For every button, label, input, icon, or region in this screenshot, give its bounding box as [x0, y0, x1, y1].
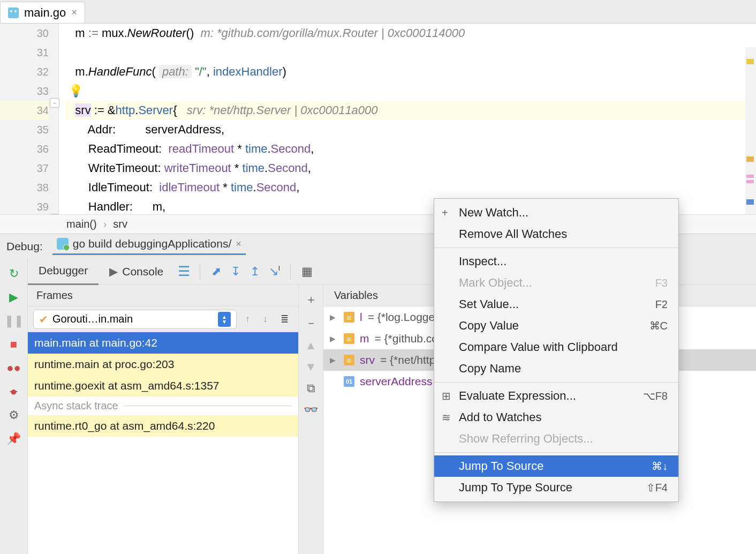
code-body[interactable]: m := mux.NewRouter() m: *github.com/gori…	[59, 24, 756, 214]
async-stack-label: Async stack trace	[28, 396, 298, 415]
frame-item[interactable]: main.main at main.go:42	[28, 332, 298, 354]
menu-item-label: Jump To Type Source	[459, 481, 572, 495]
line-number: 39	[0, 197, 49, 214]
menu-item-label: Add to Watches	[459, 410, 541, 424]
glasses-icon[interactable]: 👓	[304, 403, 318, 417]
menu-item-label: Show Referring Objects...	[459, 432, 593, 446]
menu-item[interactable]: Copy Value⌘C	[434, 315, 678, 336]
menu-item[interactable]: Copy Name	[434, 358, 678, 379]
menu-item-icon: +	[442, 207, 448, 219]
variables-rail: ＋ － ▲ ▼ ⧉ 👓	[299, 285, 323, 554]
info-marker-icon[interactable]	[746, 199, 754, 205]
down-button[interactable]: ▼	[305, 360, 317, 374]
add-watch-button[interactable]: ＋	[305, 291, 317, 308]
marker-icon[interactable]	[746, 175, 754, 178]
menu-item[interactable]: ⊞Evaluate Expression...⌥F8	[434, 385, 678, 407]
menu-item-label: New Watch...	[459, 206, 528, 220]
run-to-cursor-icon[interactable]: ↘I	[264, 265, 284, 279]
console-tab[interactable]: ▶Console	[99, 258, 174, 285]
intention-bulb-icon[interactable]: 💡	[69, 84, 83, 98]
chevron-right-icon: ›	[103, 218, 107, 230]
frame-list: main.main at main.go:42 runtime.main at …	[28, 332, 298, 554]
menu-item[interactable]: ≋Add to Watches	[434, 407, 678, 428]
menu-item[interactable]: Compare Value with Clipboard	[434, 336, 678, 358]
line-number: 33	[0, 81, 49, 101]
frames-panel: Frames ✔ Gorouti…in.main ▲▼ ↑ ↓ ≣ main.m…	[28, 285, 299, 554]
code-line: 💡	[65, 81, 756, 101]
close-icon[interactable]: ×	[71, 7, 77, 18]
filter-frames-button[interactable]: ≣	[276, 313, 293, 325]
resume-button[interactable]: ▶	[6, 289, 22, 305]
debugger-tab[interactable]: Debugger	[28, 258, 99, 285]
menu-item-label: Remove All Watches	[459, 227, 567, 241]
line-number: 38	[0, 178, 49, 197]
frame-item[interactable]: runtime.main at proc.go:203	[28, 354, 298, 375]
line-gutter: 30 31 32 33 34 35 36 37 38 39 40 − −	[0, 24, 59, 214]
mute-breakpoints-button[interactable]: ●	[6, 384, 22, 400]
menu-item-icon: ≋	[442, 411, 451, 424]
breadcrumb-item[interactable]: srv	[113, 218, 127, 230]
close-icon[interactable]: ×	[236, 238, 241, 250]
breakpoints-button[interactable]: ●●	[6, 360, 22, 376]
menu-item[interactable]: +New Watch...	[434, 202, 678, 223]
breadcrumb-item[interactable]: main()	[66, 218, 97, 230]
copy-button[interactable]: ⧉	[307, 381, 315, 395]
remove-watch-button[interactable]: －	[305, 315, 317, 331]
struct-icon: ≡	[344, 333, 354, 344]
menu-item[interactable]: Jump To Source⌘↓	[434, 455, 678, 477]
menu-item[interactable]: Set Value...F2	[434, 294, 678, 315]
editor-tabbar: main.go ×	[0, 0, 756, 24]
threads-icon[interactable]: ☰	[174, 263, 193, 280]
select-arrows-icon: ▲▼	[218, 312, 231, 327]
menu-shortcut: F2	[655, 298, 668, 311]
file-tab[interactable]: main.go ×	[0, 2, 85, 23]
line-number: 30	[0, 24, 49, 43]
prev-frame-button[interactable]: ↑	[241, 313, 254, 325]
step-into-icon[interactable]: ↧	[226, 265, 245, 279]
code-line: WriteTimeout: writeTimeout * time.Second…	[65, 159, 756, 178]
menu-item[interactable]: Jump To Type Source⇧F4	[434, 477, 678, 498]
up-button[interactable]: ▲	[305, 339, 317, 353]
expand-icon[interactable]: ▶	[330, 313, 338, 321]
thread-select[interactable]: ✔ Gorouti…in.main ▲▼	[33, 310, 237, 329]
pause-button[interactable]: ❚❚	[6, 313, 22, 329]
pin-button[interactable]: 📌	[6, 431, 22, 447]
frame-item[interactable]: runtime.rt0_go at asm_amd64.s:220	[28, 415, 298, 437]
menu-item-label: Set Value...	[459, 297, 519, 311]
menu-item-label: Copy Name	[459, 362, 521, 376]
fold-icon[interactable]: −	[50, 214, 59, 214]
menu-shortcut: ⇧F4	[646, 481, 668, 494]
menu-shortcut: ⌘C	[649, 319, 668, 332]
warning-marker-icon[interactable]	[746, 59, 754, 64]
struct-icon: ≡	[344, 312, 354, 323]
line-number: 36	[0, 139, 49, 159]
expand-icon[interactable]: ▶	[330, 356, 338, 364]
frame-item[interactable]: runtime.goexit at asm_amd64.s:1357	[28, 375, 298, 396]
code-editor[interactable]: 30 31 32 33 34 35 36 37 38 39 40 − − m :…	[0, 24, 756, 214]
menu-shortcut: F3	[655, 277, 668, 289]
step-over-icon[interactable]: ⬈	[207, 265, 226, 279]
code-line: m := mux.NewRouter() m: *github.com/gori…	[65, 24, 756, 43]
menu-shortcut: ⌥F8	[643, 390, 668, 402]
settings-button[interactable]: ⚙	[6, 407, 22, 423]
line-number: 31	[0, 43, 49, 62]
go-run-icon	[57, 238, 69, 250]
menu-item[interactable]: Remove All Watches	[434, 223, 678, 245]
debug-config-tab[interactable]: go build debuggingApplications/ ×	[52, 237, 246, 255]
step-out-icon[interactable]: ↥	[245, 265, 264, 279]
expand-icon[interactable]: ▶	[330, 334, 338, 343]
warning-marker-icon[interactable]	[746, 156, 754, 162]
primitive-icon: 01	[344, 376, 354, 387]
right-gutter	[745, 47, 756, 214]
go-file-icon	[8, 8, 19, 18]
debug-config-label: go build debuggingApplications/	[73, 237, 232, 250]
menu-item[interactable]: Inspect...	[434, 251, 678, 272]
marker-icon[interactable]	[746, 180, 754, 183]
menu-item-label: Evaluate Expression...	[459, 389, 576, 403]
stop-button[interactable]: ■	[6, 336, 22, 353]
rerun-button[interactable]: ↻	[6, 266, 22, 282]
fold-icon[interactable]: −	[50, 98, 59, 108]
next-frame-button[interactable]: ↓	[259, 313, 272, 325]
evaluate-icon[interactable]: ▦	[297, 265, 316, 279]
struct-icon: ≡	[344, 355, 354, 365]
